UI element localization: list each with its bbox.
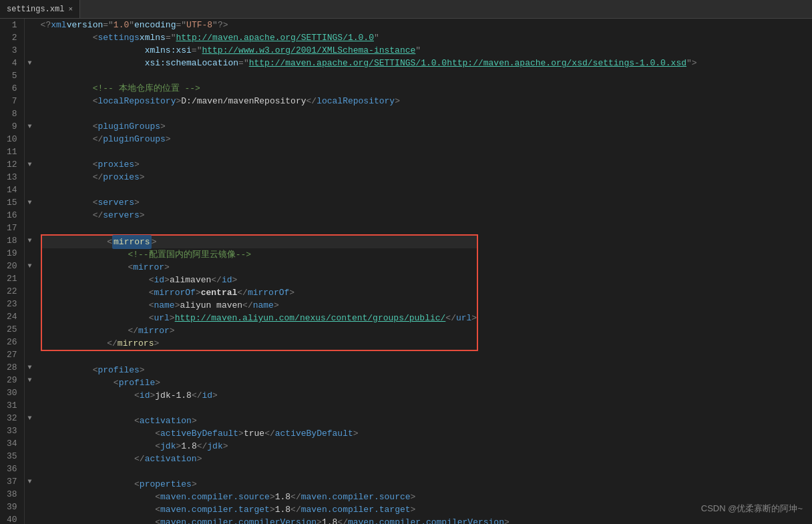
code-line-36 — [41, 465, 812, 478]
code-line-4: xsi:schemaLocation="http://maven.apache.… — [41, 57, 812, 69]
code-line-12: <proxies> — [41, 158, 812, 171]
line-numbers: 12345 678910 1112131415 1617181920 21222… — [0, 19, 25, 524]
code-line-33: <activeByDefault>true</activeByDefault> — [41, 427, 812, 440]
code-line-8 — [41, 107, 812, 120]
code-line-40: <maven.compiler.compilerVersion>1.8</mav… — [41, 516, 812, 524]
code-area: <?xml version="1.0" encoding="UTF-8"?> <… — [35, 19, 812, 524]
fold-gutter: ▼ ▼ ▼▼ ▼▼ ▼▼ ▼ ▼ — [25, 19, 35, 524]
code-line-38: <maven.compiler.source>1.8</maven.compil… — [41, 491, 812, 503]
code-line-31 — [41, 402, 812, 415]
code-line-5 — [41, 69, 812, 82]
code-line-28: <profiles> — [41, 364, 812, 376]
code-line-15: <servers> — [41, 196, 812, 209]
code-line-11 — [41, 146, 812, 158]
watermark: CSDN @优柔寡断的阿坤~ — [701, 503, 803, 515]
tab-close-icon[interactable]: × — [68, 5, 73, 13]
editor-container: 12345 678910 1112131415 1617181920 21222… — [0, 19, 812, 524]
tab-bar: settings.xml × — [0, 0, 812, 19]
code-line-14 — [41, 184, 812, 196]
tab-settings-xml[interactable]: settings.xml × — [0, 0, 80, 18]
code-line-35: </activation> — [41, 453, 812, 465]
code-line-7: <localRepository>D:/maven/mavenRepositor… — [41, 95, 812, 107]
code-line-37: <properties> — [41, 478, 812, 491]
code-line-3: xmlns:xsi="http://www.w3.org/2001/XMLSch… — [41, 44, 812, 57]
code-line-2: <settings xmlns="http://maven.apache.org… — [41, 31, 812, 44]
code-line-39: <maven.compiler.target>1.8</maven.compil… — [41, 503, 812, 516]
code-line-1: <?xml version="1.0" encoding="UTF-8"?> — [41, 19, 812, 31]
code-line-17 — [41, 222, 812, 234]
code-line-6: <!-- 本地仓库的位置 --> — [41, 82, 812, 95]
code-line-26: </mirrors> — [42, 337, 477, 350]
code-line-16: </servers> — [41, 209, 812, 222]
code-line-29: <profile> — [41, 376, 812, 389]
code-line-34: <jdk>1.8</jdk> — [41, 440, 812, 453]
code-line-10: </pluginGroups> — [41, 133, 812, 146]
code-line-13: </proxies> — [41, 171, 812, 184]
mirror-box: <mirrors> <!--配置国内的阿里云镜像--> <mirror> <id… — [41, 234, 479, 351]
code-line-9: <pluginGroups> — [41, 120, 812, 133]
code-line-30: <id>jdk-1.8</id> — [41, 389, 812, 402]
code-line-25: </mirror> — [42, 324, 477, 337]
code-line-32: <activation> — [41, 415, 812, 427]
tab-filename: settings.xml — [7, 5, 64, 14]
code-line-27 — [41, 351, 812, 364]
